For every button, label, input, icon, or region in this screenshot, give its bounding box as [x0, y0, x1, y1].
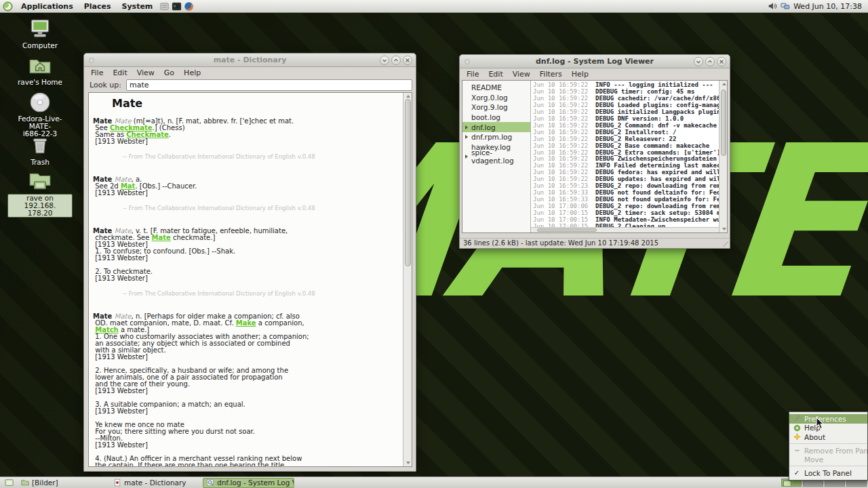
volume-icon[interactable]	[768, 1, 777, 11]
close-button[interactable]	[717, 57, 726, 66]
clock[interactable]: Wed Jun 10, 17:38	[793, 2, 862, 11]
log-view: Jun 10 16:59:22 INFO --- logging initial…	[531, 81, 719, 232]
menu-separator	[790, 443, 867, 444]
panel-context-menu: PreferencesHelpAboutRemove From PanelMov…	[789, 411, 868, 481]
logfile-xorg-9-log[interactable]: Xorg.9.log	[462, 102, 530, 113]
system-tray: Wed Jun 10, 17:38	[768, 1, 868, 11]
menu-filters[interactable]: Filters	[535, 69, 567, 79]
log-horizontal-scrollbar[interactable]	[531, 227, 719, 232]
logviewer-window: dnf.log - System Log Viewer FileEditView…	[459, 54, 730, 249]
scroll-down-icon[interactable]	[722, 228, 726, 230]
menu-file[interactable]: File	[86, 68, 108, 78]
show-desktop-button[interactable]	[2, 478, 16, 488]
logviewer-menubar: FileEditViewFiltersHelp	[460, 68, 730, 80]
menu-places[interactable]: Places	[79, 1, 117, 12]
desktop-icon-computer[interactable]: Computer	[7, 18, 73, 49]
dictionary-source-note: -- From The Collaborative International …	[123, 205, 401, 211]
maximize-button[interactable]	[391, 56, 401, 65]
lookup-label: Look up:	[90, 81, 121, 89]
logfile-readme[interactable]: README	[462, 83, 530, 93]
document-icon	[113, 479, 121, 487]
cd-icon	[7, 91, 73, 114]
menu-go[interactable]: Go	[159, 68, 179, 78]
bottom-panel: [Bilder]mate - Dictionarydnf.log - Syste…	[0, 476, 868, 488]
menu-item-preferences[interactable]: Preferences	[789, 414, 867, 424]
task-dnf-log-system-log-v[interactable]: dnf.log - System Log V...	[203, 478, 294, 488]
logfile-xorg-0-log[interactable]: Xorg.0.log	[462, 93, 530, 103]
menu-edit[interactable]: Edit	[484, 69, 507, 79]
logfile-spice-vdagent-log[interactable]: spice-vdagent.log	[462, 152, 530, 162]
scrollbar-thumb[interactable]	[721, 89, 726, 156]
menu-system[interactable]: System	[117, 1, 159, 12]
dictionary-link[interactable]: Make	[236, 319, 256, 327]
trash-icon	[7, 134, 73, 157]
task-mate-dictionary[interactable]: mate - Dictionary	[111, 478, 202, 488]
logviewer-icon	[206, 479, 214, 487]
scroll-up-icon[interactable]	[722, 83, 726, 85]
dictionary-menubar: FileEditViewGoHelp	[84, 67, 416, 79]
log-vertical-scrollbar[interactable]	[719, 81, 727, 232]
dictionary-window: mate - Dictionary FileEditViewGoHelp Loo…	[83, 53, 416, 472]
logfile-dnf-rpm-log[interactable]: dnf.rpm.log	[462, 132, 530, 142]
menu-applications[interactable]: Applications	[16, 1, 79, 12]
menu-view[interactable]: View	[132, 68, 159, 78]
close-button[interactable]	[403, 56, 412, 65]
menu-item-lock-to-panel[interactable]: ✓Lock To Panel	[789, 468, 867, 478]
menu-file[interactable]: File	[462, 69, 484, 79]
desktop-icon-rave-s-home[interactable]: rave's Home	[7, 54, 73, 86]
dictionary-entries: Mate Mate (m[=a]t), n. [F. mat, abbrev. …	[93, 118, 401, 466]
logfile-dnf-log[interactable]: dnf.log	[462, 122, 530, 132]
dictionary-source-note: -- From The Collaborative International …	[123, 153, 401, 160]
launcher-firefox-icon[interactable]	[182, 1, 195, 12]
logviewer-window-title: dnf.log - System Log Viewer	[460, 57, 730, 66]
window-controls	[694, 57, 726, 66]
dictionary-window-title: mate - Dictionary	[84, 56, 416, 64]
expander-icon	[465, 135, 468, 139]
dictionary-entry: Mate Mate, a. See 2d Mat. [Obs.] --Chauc…	[93, 176, 401, 211]
logviewer-titlebar[interactable]: dnf.log - System Log Viewer	[460, 55, 730, 68]
remove-icon	[793, 447, 801, 455]
about-icon	[793, 433, 801, 441]
log-lines: Jun 10 16:59:22 INFO --- logging initial…	[531, 81, 719, 227]
scrollbar-thumb[interactable]	[537, 228, 597, 232]
mouse-cursor	[816, 417, 825, 432]
desktop-icon-label: Trash	[31, 159, 50, 166]
dictionary-content: Mate Mate Mate (m[=a]t), n. [F. mat, abb…	[88, 92, 412, 467]
dictionary-text-area: Mate Mate Mate (m[=a]t), n. [F. mat, abb…	[89, 93, 403, 466]
logfile-boot-log[interactable]: boot.log	[462, 113, 530, 123]
minimize-button[interactable]	[694, 57, 703, 66]
launcher-notes-icon[interactable]	[158, 1, 170, 12]
dictionary-scrollbar[interactable]	[403, 93, 412, 466]
menu-separator	[790, 466, 867, 466]
minimize-button[interactable]	[380, 56, 389, 65]
menu-item-help[interactable]: Help	[789, 424, 867, 433]
menu-help[interactable]: Help	[567, 69, 593, 79]
desktop-icon-fedora-live-mate[interactable]: Fedora-Live-MATE- i686-22-3	[7, 91, 73, 138]
desktop-icon-rave-on-192-168[interactable]: rave on 192.168. 178.20	[7, 169, 73, 218]
task-bilder[interactable]: [Bilder]	[18, 478, 110, 488]
scrollbar-thumb[interactable]	[405, 99, 411, 266]
network-icon[interactable]	[781, 1, 790, 11]
dictionary-link[interactable]: Mate	[152, 234, 171, 241]
maximize-button[interactable]	[705, 57, 715, 66]
menu-item-remove-from-panel: Remove From Panel	[789, 446, 867, 455]
computer-icon	[7, 18, 73, 41]
dictionary-titlebar[interactable]: mate - Dictionary	[84, 54, 416, 67]
menu-item-about[interactable]: About	[789, 432, 867, 442]
scroll-down-icon[interactable]	[406, 462, 410, 464]
menu-view[interactable]: View	[508, 69, 535, 79]
check-icon: ✓	[793, 469, 801, 477]
launcher-terminal-icon[interactable]	[170, 1, 182, 12]
expander-icon	[465, 155, 468, 159]
scroll-up-icon[interactable]	[406, 95, 410, 98]
window-menu-icon[interactable]	[465, 59, 470, 64]
mate-menu-icon[interactable]	[3, 1, 14, 12]
menu-edit[interactable]: Edit	[108, 68, 132, 78]
resize-grip[interactable]	[723, 241, 728, 247]
window-menu-icon[interactable]	[89, 58, 94, 63]
desktop-icon-trash[interactable]: Trash	[7, 134, 73, 166]
menu-help[interactable]: Help	[179, 68, 205, 78]
help-icon	[793, 424, 801, 432]
lookup-input[interactable]	[126, 79, 412, 91]
logviewer-statusbar: 36 lines (2.6 kB) - last update: Wed Jun…	[460, 238, 730, 248]
